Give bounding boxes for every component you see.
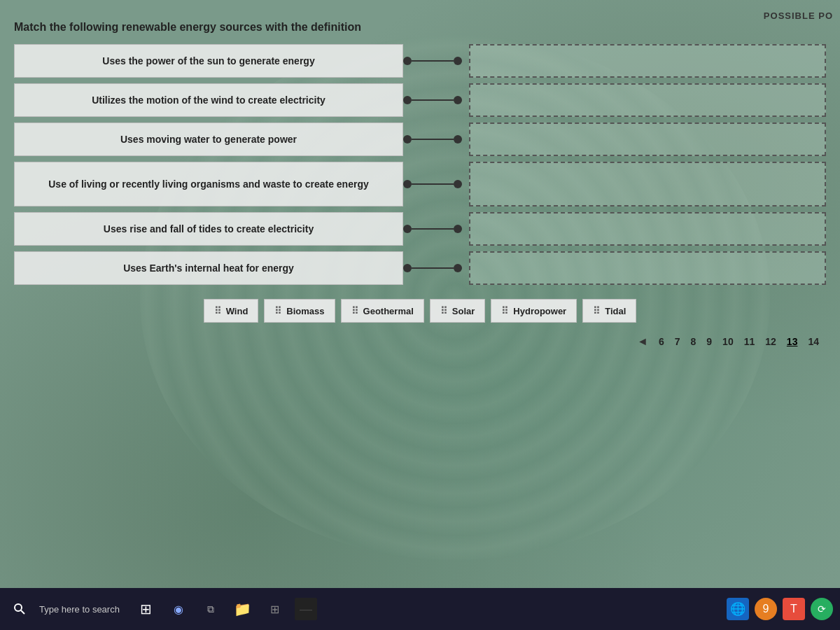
drop-zone-4[interactable] bbox=[469, 162, 826, 206]
drag-item-geothermal[interactable]: ⠿ Geothermal bbox=[341, 299, 424, 323]
possible-points-label: POSSIBLE PO bbox=[764, 10, 833, 21]
taskbar-app4-icon[interactable]: ⟳ bbox=[811, 598, 833, 620]
dot-left-5 bbox=[403, 225, 412, 233]
definitions-column: Uses the power of the sun to generate en… bbox=[14, 44, 462, 285]
connector-6 bbox=[403, 264, 462, 272]
dot-right-3 bbox=[454, 135, 462, 144]
taskbar-right-icons: 🌐 9 T ⟳ bbox=[727, 598, 833, 620]
dot-left-1 bbox=[403, 57, 412, 65]
page-8[interactable]: 8 bbox=[691, 336, 696, 347]
page-11[interactable]: 11 bbox=[744, 336, 755, 347]
definition-box-1[interactable]: Uses the power of the sun to generate en… bbox=[14, 44, 403, 78]
drag-handle-tidal: ⠿ bbox=[593, 305, 601, 316]
connector-line-4 bbox=[412, 183, 454, 185]
drag-item-hydropower[interactable]: ⠿ Hydropower bbox=[491, 299, 577, 323]
drag-items-row: ⠿ Wind ⠿ Biomass ⠿ Geothermal ⠿ Solar ⠿ … bbox=[14, 299, 826, 323]
drag-item-tidal[interactable]: ⠿ Tidal bbox=[582, 299, 636, 323]
page-14[interactable]: 14 bbox=[808, 336, 819, 347]
connector-line-2 bbox=[412, 99, 454, 101]
page-7[interactable]: 7 bbox=[675, 336, 680, 347]
definition-row-3: Uses moving water to generate power bbox=[14, 122, 462, 156]
definition-row-2: Utilizes the motion of the wind to creat… bbox=[14, 83, 462, 117]
definition-row-6: Uses Earth's internal heat for energy bbox=[14, 251, 462, 285]
dot-left-6 bbox=[403, 264, 412, 272]
definition-box-6[interactable]: Uses Earth's internal heat for energy bbox=[14, 251, 403, 285]
taskbar-search-icon[interactable] bbox=[7, 596, 32, 622]
drag-handle-wind: ⠿ bbox=[214, 305, 222, 316]
taskbar-windows-icon[interactable]: ⊞ bbox=[134, 596, 159, 622]
question-title: Match the following renewable energy sou… bbox=[14, 21, 826, 34]
taskbar-app3-icon[interactable]: T bbox=[783, 598, 805, 620]
taskbar-grid-icon[interactable]: ⊞ bbox=[262, 596, 288, 622]
taskbar-browser-icon[interactable]: 🌐 bbox=[727, 598, 749, 620]
connector-line-6 bbox=[412, 267, 454, 269]
page-prev-arrow[interactable]: ◄ bbox=[637, 335, 648, 348]
definition-row-1: Uses the power of the sun to generate en… bbox=[14, 44, 462, 78]
definition-box-2[interactable]: Utilizes the motion of the wind to creat… bbox=[14, 83, 403, 117]
pagination-row: ◄ 6 7 8 9 10 11 12 13 14 bbox=[14, 335, 826, 348]
drop-zone-1[interactable] bbox=[469, 44, 826, 78]
page-10[interactable]: 10 bbox=[722, 336, 734, 347]
dot-left-2 bbox=[403, 96, 412, 104]
drop-zone-3[interactable] bbox=[469, 122, 826, 156]
dot-left-4 bbox=[403, 180, 412, 188]
taskbar-minus-icon[interactable]: — bbox=[295, 598, 317, 620]
connector-line-1 bbox=[412, 60, 454, 62]
page-13[interactable]: 13 bbox=[787, 336, 798, 347]
drag-handle-biomass: ⠿ bbox=[274, 305, 282, 316]
connector-1 bbox=[403, 57, 462, 65]
dot-right-6 bbox=[454, 264, 462, 272]
dot-right-2 bbox=[454, 96, 462, 104]
connector-5 bbox=[403, 225, 462, 233]
page-12[interactable]: 12 bbox=[765, 336, 776, 347]
taskbar: Type here to search ⊞ ◉ ⧉ 📁 ⊞ — 🌐 9 T ⟳ bbox=[0, 588, 840, 630]
drop-zone-5[interactable] bbox=[469, 212, 826, 246]
drag-handle-geothermal: ⠿ bbox=[351, 305, 359, 316]
dot-right-1 bbox=[454, 57, 462, 65]
taskbar-view-icon[interactable]: ⧉ bbox=[198, 596, 223, 622]
taskbar-file-icon[interactable]: 📁 bbox=[230, 596, 255, 622]
drop-zone-2[interactable] bbox=[469, 83, 826, 117]
definition-box-5[interactable]: Uses rise and fall of tides to create el… bbox=[14, 212, 403, 246]
drop-zone-6[interactable] bbox=[469, 251, 826, 285]
connector-line-5 bbox=[412, 228, 454, 230]
drag-item-wind[interactable]: ⠿ Wind bbox=[204, 299, 259, 323]
connector-3 bbox=[403, 135, 462, 144]
definition-row-4: Use of living or recently living organis… bbox=[14, 162, 462, 206]
connector-4 bbox=[403, 180, 462, 188]
drag-item-solar[interactable]: ⠿ Solar bbox=[430, 299, 486, 323]
connector-line-3 bbox=[412, 139, 454, 140]
page-9[interactable]: 9 bbox=[706, 336, 712, 347]
taskbar-cortana-icon[interactable]: ◉ bbox=[166, 596, 191, 622]
page-6[interactable]: 6 bbox=[659, 336, 664, 347]
drag-handle-hydropower: ⠿ bbox=[501, 305, 509, 316]
definition-box-3[interactable]: Uses moving water to generate power bbox=[14, 122, 403, 156]
dot-left-3 bbox=[403, 135, 412, 144]
drag-handle-solar: ⠿ bbox=[440, 305, 448, 316]
definition-box-4[interactable]: Use of living or recently living organis… bbox=[14, 162, 403, 206]
matching-area: Uses the power of the sun to generate en… bbox=[14, 44, 826, 285]
main-container: POSSIBLE PO Match the following renewabl… bbox=[0, 0, 840, 588]
taskbar-app2-icon[interactable]: 9 bbox=[755, 598, 777, 620]
dot-right-4 bbox=[454, 180, 462, 188]
svg-line-1 bbox=[21, 610, 24, 614]
drag-item-biomass[interactable]: ⠿ Biomass bbox=[264, 299, 335, 323]
dot-right-5 bbox=[454, 225, 462, 233]
drop-zones-area bbox=[462, 44, 826, 285]
definition-row-5: Uses rise and fall of tides to create el… bbox=[14, 212, 462, 246]
svg-point-0 bbox=[15, 604, 22, 611]
connector-2 bbox=[403, 96, 462, 104]
taskbar-search-text[interactable]: Type here to search bbox=[39, 604, 120, 615]
